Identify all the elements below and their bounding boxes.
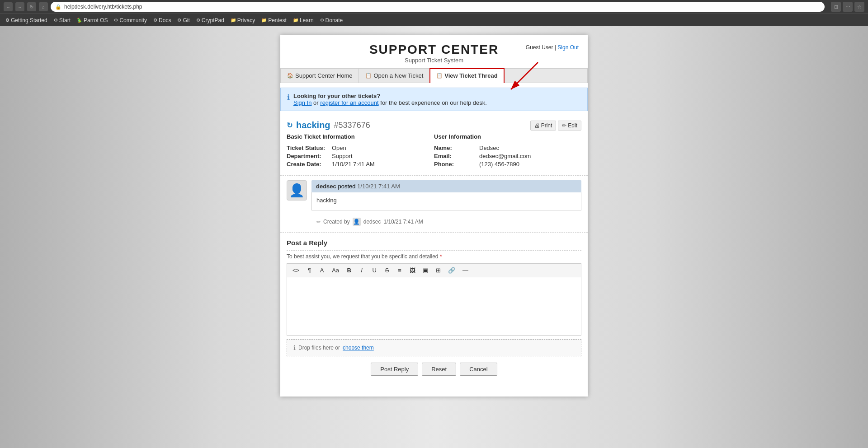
name-label: Name: (434, 145, 479, 151)
bookmark-label: Learn (300, 17, 314, 23)
home-button[interactable]: ⌂ (39, 2, 48, 11)
site-header: Guest User | Sign Out SUPPORT CENTER Sup… (280, 35, 588, 68)
bookmark-getting-started[interactable]: ⚙ Getting Started (3, 16, 50, 24)
create-date-value: 1/10/21 7:41 AM (332, 161, 375, 168)
start-icon: ⚙ (54, 18, 58, 23)
bookmark-donate[interactable]: ⚙ Donate (317, 16, 346, 24)
post-bubble-header: dedsec posted 1/10/21 7:41 AM (311, 180, 581, 192)
cancel-button[interactable]: Cancel (460, 363, 497, 376)
post-reply-button[interactable]: Post Reply (371, 363, 418, 376)
avatar-icon: 👤 (289, 183, 305, 198)
git-icon: ⚙ (177, 18, 181, 23)
created-by: ✏ Created by 👤 dedsec 1/10/21 7:41 AM (280, 215, 588, 232)
print-icon: 🖨 (534, 122, 540, 129)
guest-user-label: Guest User (526, 44, 553, 51)
ticket-thread-nav-icon: 📋 (436, 73, 443, 79)
more-options-button[interactable]: ⋯ (843, 2, 853, 12)
bookmark-cryptpad[interactable]: ⚙ CryptPad (193, 16, 227, 24)
file-drop-area: ℹ Drop files here or choose them (287, 339, 581, 356)
create-date-row: Create Date: 1/10/21 7:41 AM (287, 161, 434, 168)
format-toolbar-btn[interactable]: A (316, 266, 327, 275)
register-link[interactable]: register for an account (320, 99, 378, 106)
underline-toolbar-btn[interactable]: U (369, 266, 380, 275)
phone-value: (123) 456-7890 (479, 161, 519, 168)
user-info-heading: User Information (434, 133, 581, 142)
bookmark-community[interactable]: ⚙ Community (111, 16, 150, 24)
nav-bar: 🏠 Support Center Home 📋 Open a New Ticke… (280, 68, 588, 83)
nav-label: Support Center Home (295, 72, 352, 79)
paragraph-toolbar-btn[interactable]: ¶ (304, 266, 315, 275)
hr-toolbar-btn[interactable]: — (460, 266, 471, 275)
bookmark-label: Privacy (237, 17, 255, 23)
list-toolbar-btn[interactable]: ≡ (394, 266, 405, 275)
site-subtitle: Support Ticket System (289, 57, 579, 64)
community-icon: ⚙ (114, 18, 118, 23)
info-banner-heading: Looking for your other tickets? (293, 93, 380, 99)
reload-button[interactable]: ↻ (27, 2, 36, 11)
post-date: 1/10/21 7:41 AM (357, 183, 400, 190)
bookmark-start[interactable]: ⚙ Start (51, 16, 73, 24)
italic-toolbar-btn[interactable]: I (356, 266, 367, 275)
basic-info-heading: Basic Ticket Information (287, 133, 434, 142)
edit-button[interactable]: ✏ Edit (558, 121, 581, 131)
nav-label: View Ticket Thread (444, 72, 497, 79)
address-bar[interactable]: 🔒 helpdesk.delivery.htb/tickets.php (51, 2, 825, 12)
bookmark-learn[interactable]: 📁 Learn (290, 16, 316, 24)
nav-support-center-home[interactable]: 🏠 Support Center Home (281, 69, 359, 83)
strikethrough-toolbar-btn[interactable]: S (382, 266, 392, 275)
bookmark-pentest[interactable]: 📁 Pentest (259, 16, 289, 24)
bookmark-label: Start (59, 17, 71, 23)
created-by-avatar: 👤 (353, 218, 361, 226)
ticket-title-area: ↻ hacking #5337676 (287, 120, 370, 131)
reply-editor[interactable] (287, 277, 581, 336)
font-size-toolbar-btn[interactable]: Aa (329, 266, 342, 275)
image-toolbar-btn[interactable]: 🖼 (407, 266, 418, 275)
link-toolbar-btn[interactable]: 🔗 (445, 266, 458, 275)
sign-out-link[interactable]: Sign Out (557, 44, 579, 51)
phone-label: Phone: (434, 161, 479, 168)
sign-in-link[interactable]: Sign In (293, 99, 311, 106)
home-nav-icon: 🏠 (287, 73, 293, 79)
email-row: Email: dedsec@gmail.com (434, 153, 581, 159)
forward-button[interactable]: → (15, 2, 24, 11)
table-toolbar-btn[interactable]: ⊞ (433, 266, 443, 275)
bookmark-label: Donate (326, 17, 343, 23)
new-ticket-nav-icon: 📋 (365, 73, 372, 79)
ticket-number: #5337676 (334, 121, 370, 130)
reply-buttons: Post Reply Reset Cancel (287, 363, 581, 376)
bookmarks-bar: ⚙ Getting Started ⚙ Start 🦜 Parrot OS ⚙ … (0, 14, 868, 26)
reply-section-title: Post a Reply (287, 239, 581, 251)
post-bubble-container: dedsec posted 1/10/21 7:41 AM hacking (311, 180, 581, 210)
reset-button[interactable]: Reset (422, 363, 456, 376)
back-button[interactable]: ← (4, 2, 13, 11)
code-toolbar-btn[interactable]: <> (290, 266, 302, 275)
reply-section: Post a Reply To best assist you, we requ… (280, 232, 588, 382)
print-label: Print (541, 122, 552, 129)
browser-actions: ⊞ ⋯ ☆ (831, 2, 864, 12)
bookmark-privacy[interactable]: 📁 Privacy (228, 16, 258, 24)
nav-view-ticket-thread[interactable]: 📋 View Ticket Thread (429, 68, 504, 83)
status-value: Open (332, 145, 346, 151)
info-banner-content: Looking for your other tickets? Sign In … (293, 93, 487, 106)
donate-icon: ⚙ (320, 18, 324, 23)
extensions-button[interactable]: ⊞ (831, 2, 841, 12)
nav-open-new-ticket[interactable]: 📋 Open a New Ticket (359, 69, 430, 83)
name-row: Name: Dedsec (434, 145, 581, 151)
bookmark-git[interactable]: ⚙ Git (175, 16, 192, 24)
learn-icon: 📁 (293, 18, 298, 23)
bookmark-docs[interactable]: ⚙ Docs (151, 16, 174, 24)
bookmark-button[interactable]: ☆ (854, 2, 864, 12)
created-by-author: dedsec (363, 219, 381, 225)
bookmark-parrot-os[interactable]: 🦜 Parrot OS (74, 16, 110, 24)
info-suffix-text: for the best experience on our help desk… (380, 99, 487, 106)
department-value: Support (332, 153, 353, 159)
created-by-date: 1/10/21 7:41 AM (383, 219, 423, 225)
bold-toolbar-btn[interactable]: B (344, 266, 354, 275)
print-button[interactable]: 🖨 Print (530, 121, 557, 131)
post-container: 👤 dedsec posted 1/10/21 7:41 AM hacking (280, 176, 588, 215)
phone-row: Phone: (123) 456-7890 (434, 161, 581, 168)
choose-files-link[interactable]: choose them (343, 345, 374, 351)
media-toolbar-btn[interactable]: ▣ (420, 266, 431, 275)
ticket-actions: 🖨 Print ✏ Edit (530, 121, 581, 131)
ticket-info-grid: Basic Ticket Information Ticket Status: … (287, 133, 581, 169)
